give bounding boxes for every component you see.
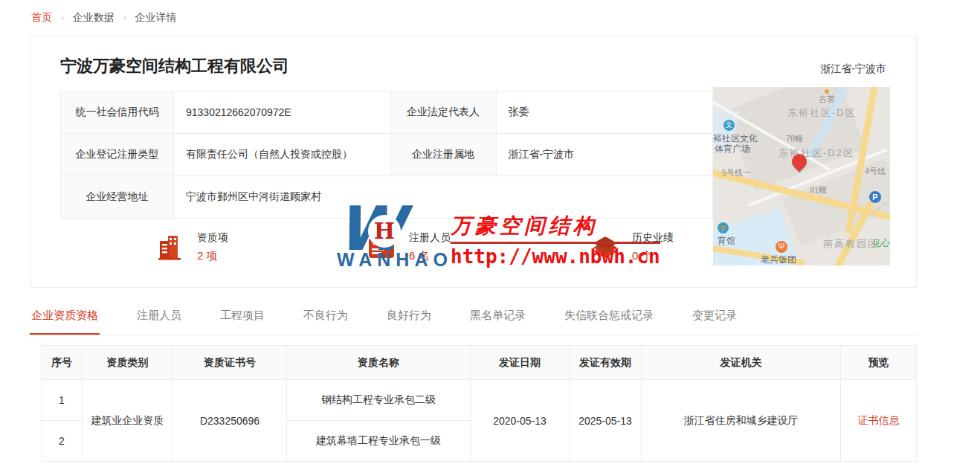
company-card-body: 统一社会信用代码 91330212662070972E 企业法定代表人 张委 企… (30, 91, 916, 283)
cell-category: 建筑业企业资质 (83, 380, 173, 462)
stats-row: 资质项 2 项 ★ 注册人员 6 名 (60, 224, 713, 283)
column-header: 序号 (42, 346, 83, 380)
breadcrumb-separator: › (123, 13, 126, 23)
breadcrumb-separator: › (61, 13, 64, 23)
info-value-legal-rep: 张委 (496, 91, 713, 134)
map-label: 育馆 (718, 235, 735, 248)
breadcrumb-current: 企业详情 (135, 11, 177, 23)
info-row: 企业经营地址 宁波市鄞州区中河街道顾家村 (61, 176, 713, 219)
company-info-table: 统一社会信用代码 91330212662070972E 企业法定代表人 张委 企… (60, 91, 713, 219)
company-name: 宁波万豪空间结构工程有限公司 (60, 55, 289, 77)
company-region: 浙江省-宁波市 (820, 62, 886, 76)
cell-expiry-date: 2025-05-13 (570, 380, 642, 462)
stat-text: 资质项 2 项 (197, 231, 228, 263)
stat-value: 0 个 (632, 249, 674, 263)
tab-projects[interactable]: 工程项目 (219, 301, 266, 335)
info-label: 企业注册属地 (390, 134, 496, 176)
column-header: 资质名称 (287, 346, 471, 380)
table-header-row: 序号 资质类别 资质证书号 资质名称 发证日期 发证有效期 发证机关 预览 (42, 346, 917, 380)
column-header: 发证日期 (471, 346, 570, 380)
map-label: 见心 (872, 237, 890, 250)
tab-qualifications[interactable]: 企业资质资格 (30, 301, 100, 335)
restaurant-icon: Ψ (776, 241, 787, 253)
info-value-reg-type: 有限责任公司（自然人投资或控股） (174, 134, 391, 176)
breadcrumb: 首页 › 企业数据 › 企业详情 (0, 0, 980, 33)
company-card-header: 宁波万豪空间结构工程有限公司 浙江省-宁波市 (30, 37, 916, 91)
table-row: 1 建筑业企业资质 D233250696 钢结构工程专业承包二级 2020-05… (42, 380, 917, 421)
certificate-info-link[interactable]: 证书信息 (858, 414, 900, 426)
column-header: 发证机关 (642, 346, 841, 380)
stat-text: 历史业绩 0 个 (632, 231, 674, 263)
stat-registered-personnel: ★ 注册人员 6 名 (367, 231, 451, 263)
stat-label: 注册人员 (409, 231, 451, 245)
column-header: 资质证书号 (173, 346, 287, 380)
map-label: 东裕社区-D2区 (778, 146, 854, 160)
stat-history-performance: 历史业绩 0 个 (590, 231, 674, 263)
map-label: 南高教园区 (823, 237, 879, 251)
breadcrumb-home[interactable]: 首页 (31, 11, 52, 23)
info-label: 企业法定代表人 (390, 91, 496, 134)
cell-preview: 证书信息 (841, 380, 917, 462)
column-header: 资质类别 (83, 346, 173, 380)
parking-icon: P (869, 191, 881, 203)
cell-issue-date: 2020-05-13 (471, 380, 570, 462)
gym-icon: ⛹ (718, 222, 729, 234)
layers-icon (590, 233, 620, 263)
info-label: 企业经营地址 (61, 176, 174, 219)
stat-qualifications: 资质项 2 项 (155, 231, 228, 263)
map-label: 体育广场 (715, 143, 750, 155)
tab-dishonesty-records[interactable]: 失信联合惩戒记录 (563, 301, 655, 335)
map-label: 5号线一 (722, 167, 751, 178)
info-label: 统一社会信用代码 (61, 91, 174, 134)
cell-authority: 浙江省住房和城乡建设厅 (642, 380, 841, 462)
tab-change-records[interactable]: 变更记录 (691, 301, 738, 335)
company-card: 宁波万豪空间结构工程有限公司 浙江省-宁波市 统一社会信用代码 91330212… (30, 36, 917, 288)
cell-cert-number: D233250696 (173, 380, 287, 462)
info-value-reg-region: 浙江省-宁波市 (496, 134, 713, 176)
tab-bad-behavior[interactable]: 不良行为 (302, 301, 349, 335)
info-value-address: 宁波市鄞州区中河街道顾家村 (174, 176, 713, 219)
cell-row-number: 2 (42, 421, 83, 462)
info-row: 企业登记注册类型 有限责任公司（自然人投资或控股） 企业注册属地 浙江省-宁波市 (61, 134, 713, 176)
cell-qualification-name: 建筑幕墙工程专业承包一级 (287, 421, 471, 462)
map-label: 78幢 (786, 133, 803, 144)
stat-value: 6 名 (409, 249, 451, 263)
certificate-icon: ★ (367, 233, 397, 263)
tab-blacklist[interactable]: 黑名单记录 (468, 301, 527, 335)
info-row: 统一社会信用代码 91330212662070972E 企业法定代表人 张委 (61, 91, 713, 134)
tab-good-behavior[interactable]: 良好行为 (385, 301, 433, 335)
tab-bar: 企业资质资格 注册人员 工程项目 不良行为 良好行为 黑名单记录 失信联合惩戒记… (30, 301, 917, 335)
info-label: 企业登记注册类型 (61, 134, 174, 176)
map-label: 91幢 (810, 184, 827, 196)
tab-registered-personnel[interactable]: 注册人员 (135, 301, 183, 335)
cell-qualification-name: 钢结构工程专业承包二级 (287, 380, 471, 421)
map-label: 老兵饭团 (761, 254, 796, 265)
stat-label: 历史业绩 (632, 231, 674, 245)
company-info-column: 统一社会信用代码 91330212662070972E 企业法定代表人 张委 企… (60, 91, 713, 283)
cell-row-number: 1 (42, 380, 83, 421)
culture-plaza-icon: 文 (723, 120, 735, 131)
info-value-credit-code: 91330212662070972E (174, 91, 391, 134)
building-icon (155, 233, 185, 263)
stat-label: 资质项 (197, 231, 228, 245)
breadcrumb-enterprise-data[interactable]: 企业数据 (73, 11, 115, 23)
map[interactable]: 古茗 东裕社区-D区 文 裕社区文化 体育广场 78幢 东裕社区-D2区 5号线… (713, 87, 890, 265)
stat-value: 2 项 (197, 249, 228, 263)
column-header: 预览 (841, 346, 917, 380)
column-header: 发证有效期 (570, 346, 642, 380)
map-label: 4号线 (865, 166, 886, 177)
map-label: 古茗 (819, 94, 835, 105)
svg-text:★: ★ (371, 238, 378, 247)
map-label: 东裕社区-D区 (787, 106, 857, 120)
stat-text: 注册人员 6 名 (409, 231, 451, 263)
qualification-table: 序号 资质类别 资质证书号 资质名称 发证日期 发证有效期 发证机关 预览 1 … (41, 345, 917, 462)
